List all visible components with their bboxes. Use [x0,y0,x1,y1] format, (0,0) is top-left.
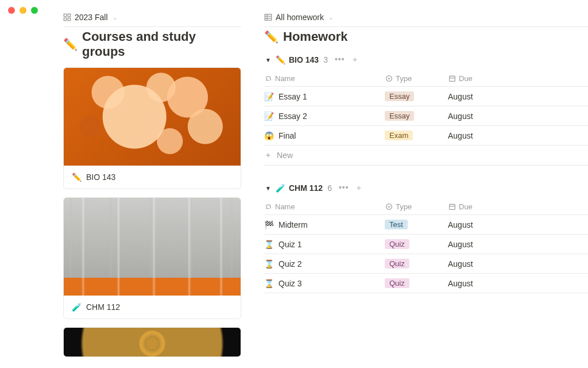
chevron-down-icon: ⌄ [328,14,333,21]
row-emoji-icon: ⌛ [264,259,274,269]
course-card[interactable]: ✏️BIO 143 [63,67,241,189]
homework-group: ▼✏️BIO 1433•••＋NameTypeDue📝Essay 1EssayA… [264,52,588,166]
row-name: Quiz 1 [278,240,301,249]
row-emoji-icon: 📝 [264,92,274,101]
more-actions-icon[interactable]: ••• [335,55,345,65]
type-tag: Quiz [385,259,409,269]
pencil-icon: ✏️ [63,37,78,51]
table-row[interactable]: ⌛Quiz 3QuizAugust [264,274,588,293]
group-count: 3 [323,55,328,64]
svg-rect-9 [449,76,455,81]
right-section-title: Homework [283,29,347,44]
right-section-heading: ✏️ Homework [264,26,588,52]
column-header-due[interactable]: Due [448,199,588,215]
text-property-icon [264,75,272,83]
add-row-icon[interactable]: ＋ [355,183,363,193]
card-title-row: 🧪CHM 112 [64,296,241,319]
type-tag: Essay [385,111,414,121]
left-section-heading: ✏️ Courses and study groups [63,26,241,67]
column-header-due[interactable]: Due [448,71,588,87]
group-header[interactable]: ▼🧪CHM 1126•••＋ [264,181,588,199]
table-row[interactable]: 🏁MidtermTestAugust [264,215,588,235]
right-view-picker[interactable]: All homework ⌄ [264,10,588,26]
more-actions-icon[interactable]: ••• [339,183,349,193]
minimize-window-button[interactable] [20,7,26,14]
table-row[interactable]: ⌛Quiz 1QuizAugust [264,235,588,254]
card-emoji-icon: 🧪 [72,302,82,312]
pencil-icon: ✏️ [264,30,278,44]
row-emoji-icon: 🏁 [264,220,274,229]
row-emoji-icon: 📝 [264,112,274,121]
course-card[interactable]: 🧪CHM 112 [63,197,241,319]
svg-rect-4 [265,14,271,21]
type-tag: Test [385,220,408,229]
row-due: August [448,235,588,254]
row-name: Essay 1 [278,92,307,101]
right-view-label: All homework [276,13,324,22]
card-emoji-icon: ✏️ [72,172,82,182]
group-emoji-icon: 🧪 [276,183,285,193]
select-property-icon [385,75,393,83]
row-due: August [448,87,588,106]
svg-point-8 [386,76,392,82]
group-emoji-icon: ✏️ [276,55,285,64]
column-header-type[interactable]: Type [385,71,448,87]
course-card[interactable] [63,327,241,357]
group-title: CHM 112 [289,183,323,193]
row-name: Final [278,131,296,140]
svg-rect-1 [68,14,70,16]
text-property-icon [264,203,272,211]
group-count: 6 [327,183,332,193]
row-name: Midterm [278,220,308,229]
svg-rect-14 [449,204,455,209]
new-row-label: New [277,151,293,160]
row-emoji-icon: ⌛ [264,279,274,288]
row-name: Quiz 2 [278,259,301,269]
type-tag: Exam [385,131,413,140]
add-row-icon[interactable]: ＋ [351,55,359,65]
type-tag: Quiz [385,278,409,288]
column-header-name[interactable]: Name [264,71,385,87]
plus-icon: ＋ [264,150,272,160]
row-due: August [448,106,588,126]
row-due: August [448,274,588,293]
group-title: BIO 143 [289,55,319,64]
card-cover-image [64,198,241,296]
column-header-type[interactable]: Type [385,199,448,215]
svg-rect-0 [64,14,66,16]
left-view-picker[interactable]: 2023 Fall ⌄ [63,10,241,26]
column-header-name[interactable]: Name [264,199,385,215]
type-tag: Essay [385,91,414,101]
table-row[interactable]: ⌛Quiz 2QuizAugust [264,254,588,274]
row-name: Quiz 3 [278,279,301,288]
new-row-button[interactable]: ＋New [264,145,588,166]
disclosure-triangle-icon[interactable]: ▼ [264,57,272,63]
date-property-icon [448,75,456,83]
table-row[interactable]: 📝Essay 2EssayAugust [264,106,588,126]
row-emoji-icon: 😱 [264,131,274,140]
zoom-window-button[interactable] [31,7,38,14]
table-row[interactable]: 📝Essay 1EssayAugust [264,87,588,106]
card-cover-image [64,68,241,166]
chevron-down-icon: ⌄ [113,14,117,21]
card-title-row: ✏️BIO 143 [64,166,241,189]
homework-table: NameTypeDue🏁MidtermTestAugust⌛Quiz 1Quiz… [264,199,588,293]
homework-group: ▼🧪CHM 1126•••＋NameTypeDue🏁MidtermTestAug… [264,181,588,293]
svg-rect-3 [68,18,70,20]
close-window-button[interactable] [8,7,15,14]
group-header[interactable]: ▼✏️BIO 1433•••＋ [264,52,588,71]
card-title: BIO 143 [86,172,115,182]
homework-table: NameTypeDue📝Essay 1EssayAugust📝Essay 2Es… [264,71,588,145]
row-due: August [448,215,588,235]
gallery-view-icon [63,13,71,21]
row-emoji-icon: ⌛ [264,240,274,249]
table-row[interactable]: 😱FinalExamAugust [264,126,588,145]
left-view-label: 2023 Fall [75,13,108,22]
svg-point-13 [386,204,392,210]
card-title: CHM 112 [86,302,120,312]
select-property-icon [385,203,393,211]
row-name: Essay 2 [278,112,307,121]
table-view-icon [264,13,272,21]
date-property-icon [448,203,456,211]
disclosure-triangle-icon[interactable]: ▼ [264,185,272,191]
